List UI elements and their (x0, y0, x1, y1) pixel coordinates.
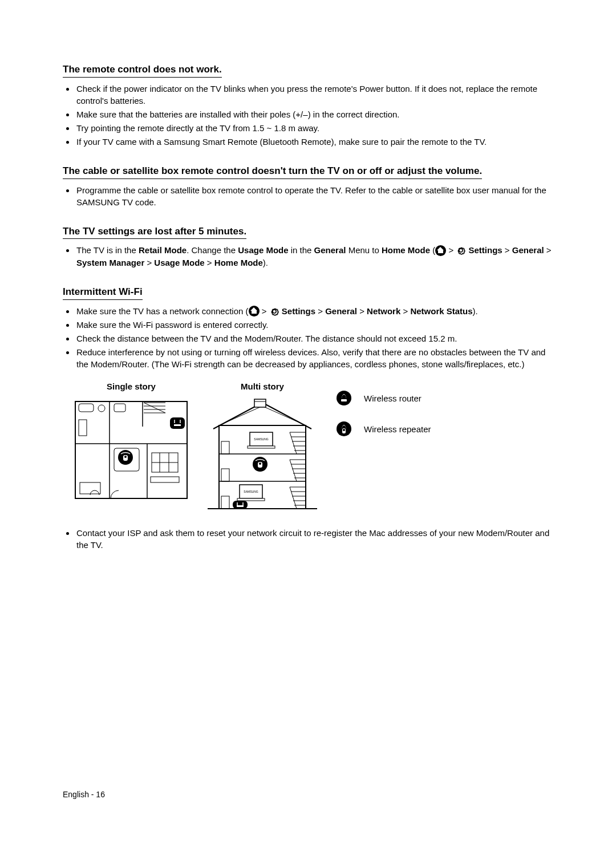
svg-point-61 (259, 462, 261, 465)
list-item: Make sure that the batteries are install… (75, 108, 559, 120)
list-item: Make sure the TV has a network connectio… (75, 305, 559, 318)
svg-rect-22 (170, 417, 185, 429)
legend-row-repeater: Wireless repeater (337, 421, 431, 436)
legend-label: Wireless repeater (364, 423, 431, 435)
svg-rect-23 (174, 424, 181, 426)
gear-icon (456, 245, 466, 255)
diagram-title: Multi story (205, 380, 319, 392)
text-bold: Settings (469, 245, 502, 255)
page-footer: English - 16 (63, 789, 105, 801)
section-list-remote: Check if the power indicator on the TV b… (75, 83, 559, 148)
text: ( (430, 245, 435, 255)
home-icon (249, 306, 260, 317)
list-item: Check if the power indicator on the TV b… (75, 83, 559, 107)
svg-rect-57 (248, 446, 275, 448)
svg-rect-65 (233, 501, 248, 509)
section-heading-wifi: Intermittent Wi-Fi (63, 285, 143, 300)
text: ). (473, 306, 478, 316)
section-list-wifi: Make sure the TV has a network connectio… (75, 305, 559, 371)
gear-icon (269, 306, 279, 317)
text-bold: General (314, 245, 346, 255)
svg-rect-0 (75, 401, 187, 498)
list-item: Contact your ISP and ask them to reset y… (75, 527, 559, 551)
text: > (400, 306, 410, 316)
section-list-tvsettings: The TV is in the Retail Mode. Change the… (75, 244, 559, 269)
router-icon (337, 391, 351, 405)
multistory-illustration: SAMSUNG SAMSUNG (205, 397, 319, 511)
text: > (357, 306, 367, 316)
text-bold: Retail Mode (139, 245, 187, 255)
svg-text:SAMSUNG: SAMSUNG (244, 490, 258, 493)
section-heading-cable: The cable or satellite box remote contro… (63, 164, 482, 179)
diagram-legend: Wireless router Wireless repeater (337, 391, 431, 452)
text-bold: General (512, 245, 544, 255)
svg-rect-33 (254, 399, 266, 407)
text: > (544, 245, 552, 255)
list-item: If your TV came with a Samsung Smart Rem… (75, 136, 559, 148)
text: . Change the (187, 245, 238, 255)
text: Menu to (346, 245, 382, 255)
list-item: Make sure the Wi-Fi password is entered … (75, 319, 559, 331)
text-bold: Network (367, 306, 400, 316)
text-bold: Home Mode (214, 258, 263, 267)
home-icon (435, 245, 446, 256)
text: > (502, 245, 512, 255)
text: Make sure the TV has a network connectio… (76, 306, 249, 316)
diagram-single-story: Single story (74, 380, 188, 500)
text: > (260, 306, 269, 316)
text-bold: System Manager (76, 258, 144, 267)
list-item: Try pointing the remote directly at the … (75, 122, 559, 134)
legend-label: Wireless router (364, 392, 422, 404)
text-bold: General (325, 306, 357, 316)
text-bold: Usage Mode (238, 245, 288, 255)
svg-rect-63 (237, 498, 265, 501)
document-page: The remote control does not work. Check … (0, 0, 616, 852)
svg-point-28 (124, 456, 127, 458)
section-list-cable: Programme the cable or satellite box rem… (75, 184, 559, 208)
text-bold: Settings (282, 306, 315, 316)
text: > (205, 258, 214, 267)
text-bold: Network Status (410, 306, 472, 316)
diagrams-row: Single story (74, 380, 559, 511)
section-heading-remote: The remote control does not work. (63, 63, 222, 78)
diagram-title: Single story (74, 380, 188, 392)
floorplan-illustration (74, 397, 188, 500)
list-item: Check the distance between the TV and th… (75, 332, 559, 344)
svg-rect-66 (237, 505, 244, 507)
text: The TV is in the (76, 245, 139, 255)
text: in the (289, 245, 314, 255)
diagram-multi-story: Multi story (205, 380, 319, 511)
closing-list: Contact your ISP and ask them to reset y… (75, 527, 559, 551)
text: ). (263, 258, 268, 267)
section-heading-tvsettings: The TV settings are lost after 5 minutes… (63, 225, 246, 240)
list-item: Programme the cable or satellite box rem… (75, 184, 559, 208)
text-bold: Home Mode (382, 245, 430, 255)
svg-text:SAMSUNG: SAMSUNG (254, 437, 268, 441)
legend-row-router: Wireless router (337, 391, 431, 405)
text: > (446, 245, 456, 255)
repeater-icon (337, 421, 351, 436)
list-item: Reduce interference by not using or turn… (75, 346, 559, 370)
text: > (144, 258, 154, 267)
text-bold: Usage Mode (154, 258, 204, 267)
list-item: The TV is in the Retail Mode. Change the… (75, 244, 559, 269)
text: > (315, 306, 325, 316)
